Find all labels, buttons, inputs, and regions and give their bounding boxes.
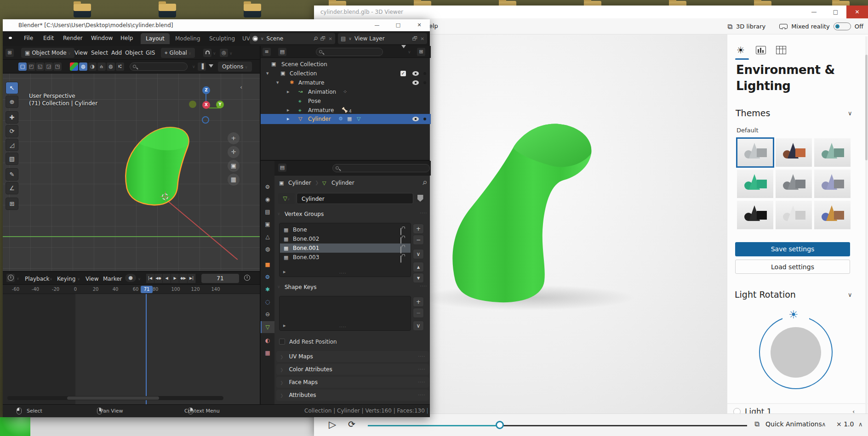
- timeline-menu-view[interactable]: View: [86, 276, 98, 282]
- outliner-row-pose[interactable]: ⚹ Pose: [261, 96, 431, 106]
- list-expand-icon[interactable]: ▸: [283, 323, 286, 328]
- proportional-dropdown-chevron-icon[interactable]: ∨: [229, 51, 233, 56]
- tab-particles-icon[interactable]: ✱: [263, 285, 272, 294]
- shading-rendered-icon[interactable]: [70, 62, 78, 71]
- outliner-display-mode-icon[interactable]: ≡: [263, 48, 271, 56]
- workspace-tab-layout[interactable]: Layout: [141, 33, 170, 44]
- theme-thumbnail[interactable]: [737, 170, 773, 198]
- loop-button[interactable]: ⟳: [348, 419, 355, 429]
- select-mode-lasso-icon[interactable]: ◲: [45, 62, 53, 71]
- snapping-dropdown-chevron-icon[interactable]: ∨: [213, 51, 216, 56]
- stats-tab-icon[interactable]: [756, 46, 766, 54]
- gizmo-z-axis[interactable]: Z: [202, 86, 210, 94]
- viewport-menu-add[interactable]: Add: [111, 50, 122, 56]
- eye-visibility-icon[interactable]: [412, 80, 419, 85]
- next-keyframe-button[interactable]: ◆▶: [179, 274, 188, 283]
- desktop-folder-icon[interactable]: [74, 4, 91, 17]
- remove-shape-key-button[interactable]: −: [413, 308, 424, 318]
- tab-material-icon[interactable]: ◐: [263, 336, 272, 345]
- load-settings-button[interactable]: Load settings: [735, 260, 850, 274]
- list-expand-icon[interactable]: ▸: [283, 269, 286, 275]
- play-button[interactable]: ▶: [171, 274, 179, 283]
- gizmo-negative-z[interactable]: [202, 116, 209, 124]
- list-resize-grip-icon[interactable]: ····: [339, 325, 346, 329]
- themes-collapse-chevron-icon[interactable]: ∨: [848, 110, 852, 117]
- viewer-minimize-button[interactable]: —: [803, 6, 825, 18]
- viewport-canvas[interactable]: User Perspective (71) Collection | Cylin…: [3, 74, 260, 271]
- outliner-filter-chevron-icon[interactable]: ∨: [408, 50, 411, 54]
- menu-file[interactable]: File: [24, 35, 33, 41]
- tab-world-icon[interactable]: ◍: [263, 245, 272, 253]
- new-view-layer-copy-icon[interactable]: 🗗: [412, 35, 418, 42]
- overlay-globe-icon[interactable]: ◍: [107, 62, 115, 71]
- panel-color-attributes[interactable]: ❯ Color Attributes ····: [276, 364, 429, 375]
- tool-select-box[interactable]: ↖: [6, 82, 18, 94]
- orthographic-grid-icon[interactable]: ▦: [228, 174, 240, 186]
- options-dropdown[interactable]: Options ∨: [218, 62, 252, 72]
- tool-rotate[interactable]: ⟳: [6, 125, 18, 137]
- scene-selector[interactable]: ∨ Scene ⚲ 🗗 ✕: [250, 33, 335, 44]
- desktop-folder-icon[interactable]: [159, 4, 176, 17]
- menu-render[interactable]: Render: [63, 35, 83, 41]
- quick-animations-chevron-icon[interactable]: ∧: [822, 421, 826, 428]
- panel-grip-icon[interactable]: ····: [418, 364, 425, 375]
- panel-attributes[interactable]: ❯ Attributes ····: [276, 390, 429, 401]
- gizmo-negative-x[interactable]: [189, 101, 196, 108]
- current-frame-input[interactable]: 71: [201, 274, 239, 283]
- blender-minimize-button[interactable]: —: [366, 19, 388, 31]
- tab-modifiers-icon[interactable]: ⚙: [263, 273, 272, 281]
- vertex-group-row[interactable]: ▦ Bone.003: [280, 253, 411, 262]
- snapping-magnet-icon[interactable]: [203, 49, 211, 57]
- viewer-maximize-button[interactable]: □: [825, 6, 846, 18]
- editor-type-chevron-icon[interactable]: ∨: [17, 277, 19, 281]
- properties-editor-type-icon[interactable]: ▤: [278, 164, 286, 172]
- tab-object-data-icon[interactable]: ▽: [263, 323, 272, 331]
- panel-grip-icon[interactable]: ····: [418, 351, 425, 362]
- select-mode-box-icon[interactable]: ◰: [27, 62, 35, 71]
- tab-output-icon[interactable]: ▤: [263, 208, 272, 216]
- tool-transform[interactable]: ▧: [6, 153, 18, 165]
- tab-physics-icon[interactable]: ◌: [263, 298, 272, 306]
- playback-speed-chevron-icon[interactable]: ∧: [858, 421, 863, 428]
- list-resize-grip-icon[interactable]: ····: [339, 271, 346, 276]
- view-layer-selector[interactable]: ▤ ∨ View Layer 🗗 ✕: [338, 33, 427, 44]
- 3d-library-button[interactable]: 3D library: [736, 23, 765, 30]
- light-rotation-dial-knob[interactable]: [771, 327, 821, 378]
- outliner-row-cylinder[interactable]: ▸ ▽ Cylinder ⚙ ▦ ▽: [261, 114, 431, 124]
- timeline-ruler[interactable]: -60 -40 -20 0 20 40 60 80 100 120 140 71: [3, 285, 260, 294]
- theme-thumbnail[interactable]: [776, 138, 812, 167]
- mixed-reality-toggle[interactable]: [834, 23, 851, 30]
- tool-annotate[interactable]: ✎: [6, 168, 18, 181]
- panel-uv-maps[interactable]: ❯ UV Maps ····: [276, 351, 429, 362]
- outliner-filter-image-icon[interactable]: ▤: [278, 48, 286, 56]
- viewport-menu-select[interactable]: Select: [91, 50, 108, 56]
- playback-speed-button[interactable]: × 1.0: [836, 420, 854, 428]
- view-layer-name[interactable]: View Layer: [354, 35, 410, 42]
- jump-to-start-button[interactable]: |◀: [146, 274, 154, 283]
- light-rotation-collapse-chevron-icon[interactable]: ∨: [848, 291, 852, 298]
- current-frame-marker[interactable]: 71: [141, 286, 153, 293]
- zoom-icon[interactable]: +: [228, 132, 240, 144]
- tool-move[interactable]: ✚: [6, 111, 18, 124]
- outliner-filter-funnel-icon[interactable]: [401, 45, 406, 48]
- scene-dropdown-chevron-icon[interactable]: ∨: [261, 36, 264, 41]
- menu-help[interactable]: Help: [120, 35, 133, 41]
- add-vertex-group-button[interactable]: +: [413, 224, 424, 234]
- lock-icon[interactable]: [400, 255, 401, 263]
- menu-edit[interactable]: Edit: [43, 35, 54, 41]
- vertex-groups-list[interactable]: ▦ Bone ▦ Bone.002 ▦ Bone.001 ▦ Bone.003 …: [279, 223, 411, 277]
- theme-thumbnail[interactable]: [814, 201, 851, 229]
- properties-search-input[interactable]: [332, 164, 430, 172]
- theme-thumbnail-default[interactable]: [737, 138, 773, 167]
- timeline-menu-marker[interactable]: Marker: [103, 276, 122, 282]
- fake-user-shield-icon[interactable]: [416, 194, 424, 202]
- sync-clock-icon[interactable]: [243, 274, 251, 282]
- tool-scale[interactable]: ◿: [6, 139, 18, 151]
- outliner-row-armature-data[interactable]: ▸ ⚹ Armature 🦴 4: [261, 106, 431, 115]
- outliner-row-armature-object[interactable]: ▾ ✱ Armature: [261, 78, 431, 87]
- theme-thumbnail[interactable]: [776, 170, 812, 198]
- viewport-search-input[interactable]: [130, 62, 188, 71]
- outliner-row-scene-collection[interactable]: ▣ Scene Collection: [261, 60, 431, 69]
- panel-scrollbar[interactable]: [865, 36, 868, 417]
- panel-grip-icon[interactable]: ····: [418, 390, 425, 401]
